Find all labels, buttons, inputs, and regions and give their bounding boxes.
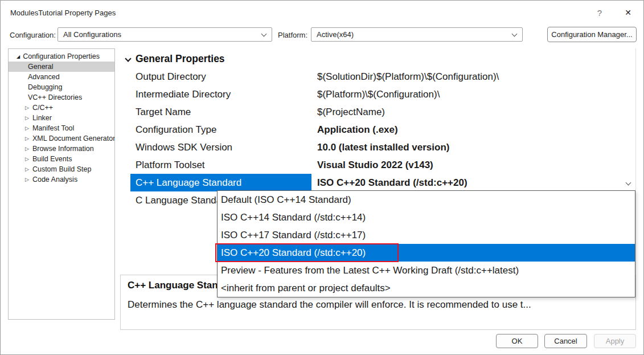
dropdown-item-iso-cpp14[interactable]: ISO C++14 Standard (/std:c++14) (218, 209, 635, 226)
description-text: Determines the C++ language standard the… (128, 299, 629, 311)
tree-collapsed-icon[interactable]: ▷ (25, 115, 29, 121)
tree-item-general[interactable]: General (9, 62, 114, 72)
platform-select[interactable]: Active(x64) (311, 27, 523, 42)
chevron-down-icon (261, 31, 267, 37)
section-title: General Properties (136, 53, 225, 65)
tree-collapsed-icon[interactable]: ▷ (25, 125, 29, 131)
dropdown-item-default-cpp14[interactable]: Default (ISO C++14 Standard) (218, 191, 635, 209)
property-value[interactable]: 10.0 (latest installed version) (311, 142, 635, 153)
property-label: Output Directory (130, 71, 311, 83)
tree-collapsed-icon[interactable]: ▷ (25, 156, 29, 162)
tree-collapsed-icon[interactable]: ▷ (25, 105, 29, 111)
property-row-platform-toolset[interactable]: Platform Toolset Visual Studio 2022 (v14… (120, 156, 635, 174)
help-icon[interactable]: ? (588, 2, 612, 23)
property-value[interactable]: ISO C++20 Standard (/std:c++20) (311, 177, 635, 189)
tree-collapsed-icon[interactable]: ▷ (25, 177, 29, 182)
property-label: Windows SDK Version (130, 142, 311, 153)
general-properties-section-header[interactable]: General Properties (120, 50, 635, 68)
property-value[interactable]: Application (.exe) (311, 124, 635, 136)
tree-item-label: Build Events (32, 155, 72, 163)
cancel-button[interactable]: Cancel (544, 334, 587, 348)
property-label: Configuration Type (130, 124, 311, 136)
property-label: Intermediate Directory (130, 89, 311, 100)
tree-item-label: Custom Build Step (32, 165, 92, 173)
platform-select-value: Active(x64) (317, 30, 354, 39)
tree-collapsed-icon[interactable]: ▷ (25, 146, 29, 152)
configuration-tree: ◢ Configuration Properties General Advan… (8, 48, 115, 320)
tree-item-debugging[interactable]: Debugging (9, 82, 114, 92)
property-pages-dialog: ModulesTutorial Property Pages ? ✕ Confi… (0, 0, 644, 355)
property-value[interactable]: $(Platform)\$(Configuration)\ (311, 89, 635, 100)
tree-item-browse-information[interactable]: ▷ Browse Information (9, 144, 114, 154)
tree-item-label: Code Analysis (32, 176, 77, 183)
property-value[interactable]: $(SolutionDir)$(Platform)\$(Configuratio… (311, 71, 635, 83)
property-row-windows-sdk-version[interactable]: Windows SDK Version 10.0 (latest install… (120, 138, 635, 156)
tree-item-label: C/C++ (32, 104, 53, 112)
tree-item-vcpp-directories[interactable]: VC++ Directories (9, 92, 114, 103)
tree-item-label: Linker (32, 114, 52, 122)
tree-item-label: Browse Information (32, 145, 94, 153)
tree-collapsed-icon[interactable]: ▷ (25, 166, 29, 172)
property-row-target-name[interactable]: Target Name $(ProjectName) (120, 103, 635, 121)
property-row-configuration-type[interactable]: Configuration Type Application (.exe) (120, 121, 635, 138)
tree-item-label: VC++ Directories (28, 93, 82, 101)
property-row-intermediate-directory[interactable]: Intermediate Directory $(Platform)\$(Con… (120, 85, 635, 103)
tree-item-linker[interactable]: ▷ Linker (9, 113, 114, 123)
configuration-label: Configuration: (10, 31, 56, 39)
ok-button[interactable]: OK (496, 334, 538, 348)
section-collapse-icon[interactable] (125, 55, 131, 62)
window-title: ModulesTutorial Property Pages (10, 9, 116, 17)
property-value[interactable]: $(ProjectName) (311, 107, 635, 118)
tree-item-advanced[interactable]: Advanced (9, 72, 114, 82)
configuration-select[interactable]: All Configurations (58, 27, 272, 42)
property-row-cpp-language-standard[interactable]: C++ Language Standard ISO C++20 Standard… (120, 174, 635, 191)
tree-item-build-events[interactable]: ▷ Build Events (9, 154, 114, 164)
tree-item-configuration-properties[interactable]: ◢ Configuration Properties (9, 51, 114, 62)
tree-collapsed-icon[interactable]: ▷ (25, 136, 29, 141)
property-label: C++ Language Standard (130, 174, 311, 191)
dropdown-item-preview-latest[interactable]: Preview - Features from the Latest C++ W… (218, 262, 635, 279)
dropdown-item-iso-cpp20[interactable]: ISO C++20 Standard (/std:c++20) (218, 244, 635, 262)
tree-item-code-analysis[interactable]: ▷ Code Analysis (9, 174, 114, 185)
tree-expanded-icon[interactable]: ◢ (17, 54, 20, 59)
tree-item-label: Manifest Tool (32, 124, 74, 132)
close-icon[interactable]: ✕ (616, 2, 640, 23)
apply-button: Apply (594, 334, 636, 348)
configuration-select-value: All Configurations (63, 30, 121, 39)
tree-item-label: Debugging (28, 83, 62, 91)
tree-item-xml-document-generator[interactable]: ▷ XML Document Generator (9, 133, 114, 144)
property-row-output-directory[interactable]: Output Directory $(SolutionDir)$(Platfor… (120, 68, 635, 85)
configuration-manager-button[interactable]: Configuration Manager... (547, 27, 637, 42)
property-label: Platform Toolset (130, 160, 311, 171)
property-label: Target Name (130, 107, 311, 118)
tree-item-c-cpp[interactable]: ▷ C/C++ (9, 103, 114, 113)
tree-item-label: Configuration Properties (23, 52, 100, 60)
tree-item-manifest-tool[interactable]: ▷ Manifest Tool (9, 123, 114, 133)
language-standard-dropdown: Default (ISO C++14 Standard) ISO C++14 S… (217, 190, 635, 297)
tree-item-label: General (28, 63, 53, 71)
property-value[interactable]: Visual Studio 2022 (v143) (311, 160, 635, 171)
tree-item-label: Advanced (28, 73, 60, 81)
dropdown-item-inherit-defaults[interactable]: <inherit from parent or project defaults… (218, 279, 635, 297)
dropdown-item-iso-cpp17[interactable]: ISO C++17 Standard (/std:c++17) (218, 226, 635, 244)
titlebar: ModulesTutorial Property Pages ? ✕ (1, 1, 643, 25)
chevron-down-icon (512, 31, 518, 37)
tree-item-label: XML Document Generator (32, 134, 115, 142)
tree-item-custom-build-step[interactable]: ▷ Custom Build Step (9, 164, 114, 174)
platform-label: Platform: (278, 31, 307, 39)
